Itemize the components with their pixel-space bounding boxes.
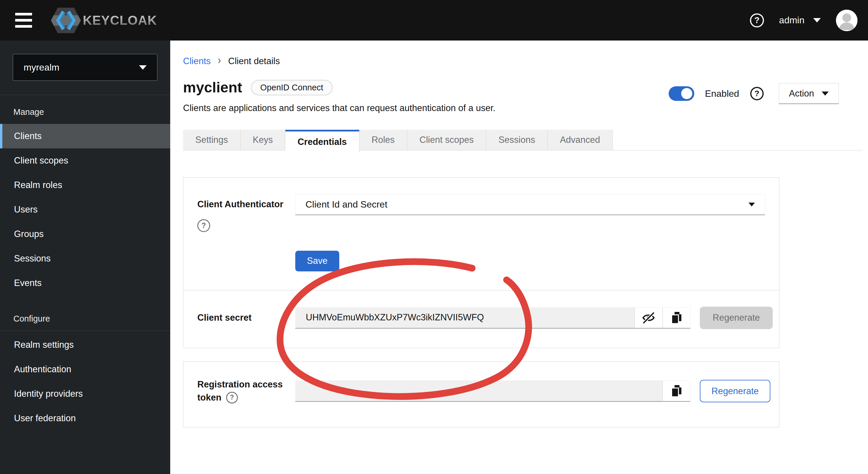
protocol-badge: OpenID Connect (251, 80, 333, 95)
sidebar-item-realm-roles[interactable]: Realm roles (0, 173, 170, 197)
sidebar-item-events[interactable]: Events (0, 271, 170, 295)
person-icon (836, 10, 858, 31)
chevron-down-icon (822, 92, 829, 96)
chevron-down-icon (748, 202, 755, 207)
copy-icon (671, 384, 682, 398)
avatar[interactable] (836, 10, 858, 31)
sidebar-item-users[interactable]: Users (0, 197, 170, 222)
copy-secret-button[interactable] (662, 307, 690, 328)
chevron-down-icon (139, 65, 147, 70)
breadcrumb: Clients › Client details (183, 55, 868, 67)
tab-credentials[interactable]: Credentials (285, 130, 360, 152)
sidebar-item-realm-settings[interactable]: Realm settings (0, 333, 170, 357)
realm-name: myrealm (24, 62, 59, 73)
keycloak-logo[interactable]: KEYCLOAK (50, 5, 157, 36)
chevron-down-icon (813, 18, 821, 23)
regenerate-token-button[interactable]: Regenerate (700, 380, 770, 402)
sidebar-item-authentication[interactable]: Authentication (0, 357, 170, 382)
sidebar-item-client-scopes[interactable]: Client scopes (0, 148, 170, 173)
sidebar-item-identity-providers[interactable]: Identity providers (0, 382, 170, 406)
show-secret-button[interactable] (634, 307, 662, 328)
tab-roles[interactable]: Roles (360, 130, 407, 151)
client-secret-input[interactable] (295, 307, 634, 328)
save-button[interactable]: Save (295, 251, 339, 272)
client-secret-label: Client secret (197, 311, 295, 324)
tab-bar: Settings Keys Credentials Roles Client s… (183, 130, 868, 152)
main-content: Clients › Client details myclient OpenID… (170, 40, 868, 474)
registration-token-input[interactable] (295, 380, 662, 402)
client-authenticator-label: Client Authenticator (197, 198, 295, 211)
nav-section-manage: Manage (13, 107, 170, 117)
sidebar-item-user-federation[interactable]: User federation (0, 406, 170, 431)
help-icon[interactable]: ? (226, 392, 238, 404)
help-icon[interactable]: ? (750, 87, 764, 100)
nav-section-configure: Configure (13, 314, 170, 323)
user-name: admin (779, 15, 804, 26)
divider (0, 330, 170, 331)
tab-keys[interactable]: Keys (241, 130, 285, 151)
chevron-right-icon: › (218, 55, 221, 67)
breadcrumb-current: Client details (228, 56, 280, 66)
realm-selector[interactable]: myrealm (13, 54, 157, 81)
hamburger-menu-icon[interactable] (15, 13, 32, 28)
divider (0, 95, 170, 95)
enabled-label: Enabled (705, 88, 739, 99)
client-authenticator-select[interactable]: Client Id and Secret (295, 194, 765, 215)
credentials-card: Client Authenticator ? Client Id and Sec… (183, 177, 779, 348)
help-icon[interactable]: ? (750, 13, 764, 27)
help-icon[interactable]: ? (197, 219, 210, 232)
sidebar-item-clients[interactable]: Clients (0, 124, 170, 148)
breadcrumb-clients-link[interactable]: Clients (183, 56, 211, 66)
eye-slash-icon (642, 312, 655, 324)
keycloak-hexagon-icon (50, 5, 82, 36)
user-dropdown[interactable]: admin (779, 15, 821, 26)
registration-token-card: Registration access token? Regenerate (183, 361, 779, 428)
action-dropdown-button[interactable]: Action (779, 83, 839, 104)
enabled-toggle[interactable] (669, 86, 694, 101)
page-title: myclient (183, 79, 242, 96)
copy-token-button[interactable] (662, 380, 690, 402)
sidebar-item-groups[interactable]: Groups (0, 222, 170, 246)
page-description: Clients are applications and services th… (183, 103, 496, 114)
regenerate-secret-button[interactable]: Regenerate (700, 307, 773, 329)
masthead: KEYCLOAK ? admin (0, 0, 868, 40)
copy-icon (671, 311, 682, 325)
sidebar: myrealm Manage Clients Client scopes Rea… (0, 40, 170, 474)
brand-wordmark: KEYCLOAK (83, 13, 157, 28)
tab-sessions[interactable]: Sessions (486, 130, 548, 151)
tab-settings[interactable]: Settings (183, 130, 241, 151)
tab-client-scopes[interactable]: Client scopes (407, 130, 486, 151)
tab-advanced[interactable]: Advanced (548, 130, 613, 151)
sidebar-item-sessions[interactable]: Sessions (0, 246, 170, 271)
registration-token-label: Registration access token? (197, 378, 295, 404)
